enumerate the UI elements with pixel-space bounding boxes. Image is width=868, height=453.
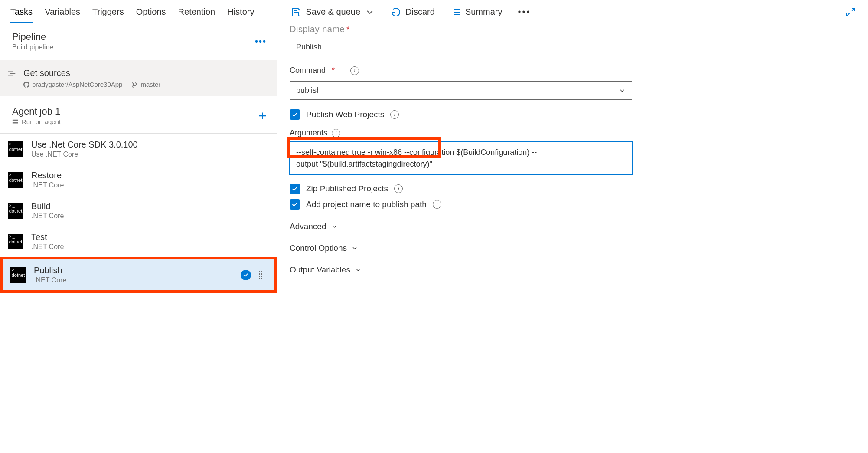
task-title: Restore: [31, 171, 267, 181]
task-subtitle: .NET Core: [31, 243, 267, 251]
task-publish[interactable]: dotnet Publish .NET Core: [3, 259, 274, 290]
info-icon[interactable]: i: [433, 200, 441, 209]
summary-label: Summary: [465, 7, 503, 17]
arguments-input[interactable]: --self-contained true -r win-x86 --confi…: [290, 142, 632, 175]
zip-checkbox[interactable]: [290, 184, 300, 194]
tab-retention[interactable]: Retention: [178, 1, 215, 23]
drag-handle[interactable]: [259, 271, 264, 279]
dotnet-icon: dotnet: [8, 172, 23, 188]
branch-icon: [132, 82, 138, 88]
add-task-button[interactable]: +: [258, 109, 267, 123]
pipeline-more-button[interactable]: •••: [255, 36, 267, 46]
add-project-checkbox[interactable]: [290, 199, 300, 210]
branch-name: master: [140, 81, 160, 88]
save-queue-button[interactable]: Save & queue: [289, 4, 377, 20]
publish-web-label: Publish Web Projects: [306, 110, 384, 119]
task-test[interactable]: dotnet Test .NET Core: [0, 226, 277, 257]
save-icon: [291, 7, 301, 17]
info-icon[interactable]: i: [332, 129, 340, 138]
tab-variables[interactable]: Variables: [45, 1, 80, 23]
task-use-sdk[interactable]: dotnet Use .Net Core SDK 3.0.100 Use .NE…: [0, 134, 277, 164]
check-icon: [241, 270, 251, 280]
summary-button[interactable]: Summary: [449, 4, 504, 20]
tab-history[interactable]: History: [227, 1, 254, 23]
task-title: Use .Net Core SDK 3.0.100: [31, 140, 267, 150]
publish-web-checkbox[interactable]: [290, 109, 300, 120]
control-options-section[interactable]: Control Options: [290, 243, 856, 253]
chevron-down-icon: [619, 87, 626, 94]
task-subtitle: Use .NET Core: [31, 151, 267, 158]
pipeline-header[interactable]: Pipeline Build pipeline •••: [0, 24, 277, 60]
dotnet-icon: dotnet: [8, 234, 23, 249]
info-icon[interactable]: i: [394, 184, 403, 193]
zip-label: Zip Published Projects: [306, 184, 388, 194]
settings-lines-icon: [7, 69, 16, 79]
repo-name: bradygaster/AspNetCore30App: [32, 81, 122, 88]
chevron-down-icon: [331, 223, 338, 230]
advanced-section[interactable]: Advanced: [290, 222, 856, 231]
more-actions-button[interactable]: •••: [516, 4, 532, 20]
display-name-label-cut: Display name*: [290, 24, 856, 34]
discard-button[interactable]: Discard: [389, 4, 437, 20]
task-subtitle: .NET Core: [31, 181, 267, 189]
chevron-down-icon: [355, 266, 362, 273]
tab-options[interactable]: Options: [136, 1, 166, 23]
svg-point-11: [133, 82, 134, 83]
agent-job-subtitle: Run on agent: [22, 118, 61, 125]
task-build[interactable]: dotnet Build .NET Core: [0, 195, 277, 226]
svg-line-6: [852, 8, 855, 11]
dotnet-icon: dotnet: [8, 203, 23, 219]
agent-job-row[interactable]: Agent job 1 Run on agent +: [0, 96, 277, 134]
info-icon[interactable]: i: [350, 66, 359, 75]
dotnet-icon: dotnet: [10, 267, 26, 283]
top-tabs-bar: Tasks Variables Triggers Options Retenti…: [0, 0, 868, 24]
svg-line-7: [847, 13, 850, 16]
agent-job-title: Agent job 1: [12, 106, 61, 117]
svg-rect-14: [13, 119, 18, 121]
display-name-input[interactable]: Publish: [290, 38, 632, 56]
pipeline-subtitle: Build pipeline: [12, 43, 53, 51]
arguments-label: Arguments: [290, 128, 327, 138]
command-label: Command: [290, 66, 326, 75]
task-title: Build: [31, 201, 267, 211]
save-queue-label: Save & queue: [306, 7, 360, 17]
dotnet-icon: dotnet: [8, 141, 23, 157]
tab-triggers[interactable]: Triggers: [92, 1, 124, 23]
output-variables-section[interactable]: Output Variables: [290, 265, 856, 275]
add-project-label: Add project name to publish path: [306, 200, 427, 209]
task-details-panel: Display name* Publish Command * i publis…: [277, 24, 868, 293]
github-icon: [23, 82, 29, 88]
tab-tasks[interactable]: Tasks: [10, 1, 33, 23]
agent-icon: [12, 119, 18, 125]
chevron-down-icon: [365, 7, 375, 17]
info-icon[interactable]: i: [390, 110, 399, 119]
task-restore[interactable]: dotnet Restore .NET Core: [0, 164, 277, 195]
chevron-down-icon: [351, 245, 358, 252]
task-subtitle: .NET Core: [34, 276, 233, 284]
discard-label: Discard: [405, 7, 435, 17]
command-select[interactable]: publish: [290, 81, 632, 100]
pipeline-sidebar: Pipeline Build pipeline ••• Get sources …: [0, 24, 277, 293]
annotation-task-highlight: dotnet Publish .NET Core: [0, 257, 277, 293]
task-subtitle: .NET Core: [31, 212, 267, 220]
expand-icon: [845, 7, 856, 17]
more-icon: •••: [518, 7, 531, 17]
task-title: Publish: [34, 266, 233, 276]
svg-point-12: [136, 82, 137, 83]
list-icon: [450, 7, 461, 17]
svg-rect-15: [13, 122, 18, 124]
fullscreen-button[interactable]: [844, 4, 858, 20]
pipeline-title: Pipeline: [12, 31, 53, 43]
get-sources-row[interactable]: Get sources bradygaster/AspNetCore30App …: [0, 60, 277, 96]
get-sources-title: Get sources: [23, 68, 160, 78]
task-title: Test: [31, 232, 267, 242]
undo-icon: [391, 7, 401, 17]
divider: [275, 4, 275, 20]
